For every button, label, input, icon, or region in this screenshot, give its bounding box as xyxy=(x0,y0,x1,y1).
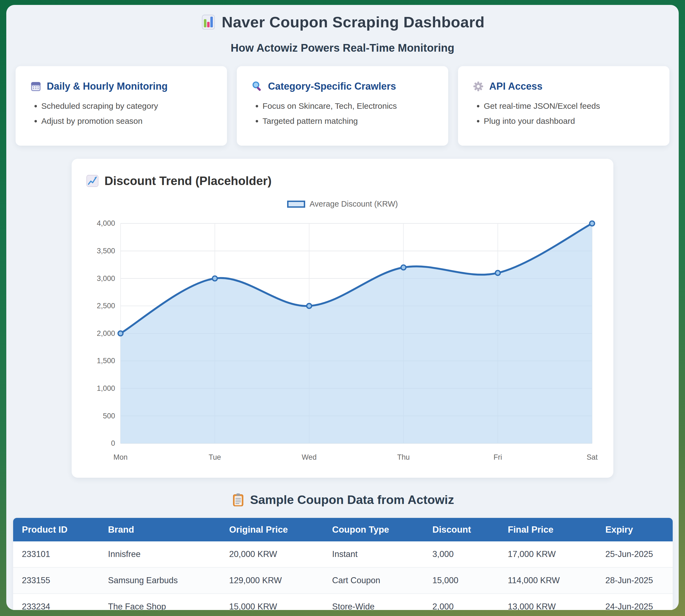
feature-bullet: Targeted pattern matching xyxy=(262,116,434,127)
page-subtitle: How Actowiz Powers Real-Time Monitoring xyxy=(6,42,679,54)
column-header: Expiry xyxy=(597,518,673,542)
svg-text:Mon: Mon xyxy=(113,453,128,461)
line-chart-icon xyxy=(85,174,100,188)
svg-text:Thu: Thu xyxy=(397,453,410,461)
coupon-table-container: Product IDBrandOriginal PriceCoupon Type… xyxy=(13,518,673,610)
table-cell: 15,000 xyxy=(424,567,499,594)
table-cell: 2,000 xyxy=(424,594,499,610)
feature-card-title: Daily & Hourly Monitoring xyxy=(47,81,168,92)
table-cell: Innisfree xyxy=(99,542,220,567)
svg-text:4,000: 4,000 xyxy=(97,219,115,227)
svg-text:1,500: 1,500 xyxy=(97,357,115,365)
legend-label: Average Discount (KRW) xyxy=(309,199,398,208)
feature-card-title: Category-Specific Crawlers xyxy=(268,81,396,92)
svg-text:3,000: 3,000 xyxy=(97,274,115,283)
svg-text:1,000: 1,000 xyxy=(97,384,115,393)
table-cell: Store-Wide xyxy=(323,594,424,610)
feature-card-title: API Access xyxy=(489,81,542,92)
bar-chart-icon xyxy=(200,14,216,30)
svg-text:Fri: Fri xyxy=(494,453,502,461)
table-cell: 129,000 KRW xyxy=(220,567,323,594)
clipboard-icon xyxy=(231,493,245,507)
search-icon xyxy=(251,80,263,92)
svg-text:Tue: Tue xyxy=(209,453,221,461)
feature-cards-row: Daily & Hourly MonitoringScheduled scrap… xyxy=(6,66,679,146)
calendar-icon xyxy=(30,80,42,92)
svg-text:2,000: 2,000 xyxy=(97,329,115,337)
svg-text:500: 500 xyxy=(103,412,115,420)
column-header: Original Price xyxy=(220,518,323,542)
table-cell: 114,000 KRW xyxy=(499,567,597,594)
svg-text:3,500: 3,500 xyxy=(97,247,115,255)
svg-text:0: 0 xyxy=(111,439,115,447)
chart-card: Discount Trend (Placeholder) Average Dis… xyxy=(72,159,613,478)
column-header: Final Price xyxy=(499,518,597,542)
table-section-title: Sample Coupon Data from Actowiz xyxy=(6,493,679,507)
table-row: 233234The Face Shop15,000 KRWStore-Wide2… xyxy=(13,594,673,610)
table-cell: 13,000 KRW xyxy=(499,594,597,610)
table-cell: 25-Jun-2025 xyxy=(597,542,673,567)
table-cell: 233234 xyxy=(13,594,99,610)
feature-card-2: API AccessGet real-time JSON/Excel feeds… xyxy=(458,66,669,146)
table-title-text: Sample Coupon Data from Actowiz xyxy=(250,493,454,507)
table-cell: 17,000 KRW xyxy=(499,542,597,567)
table-cell: Instant xyxy=(323,542,424,567)
table-row: 233155Samsung Earbuds129,000 KRWCart Cou… xyxy=(13,567,673,594)
table-cell: Samsung Earbuds xyxy=(99,567,220,594)
table-cell: 3,000 xyxy=(424,542,499,567)
column-header: Brand xyxy=(99,518,220,542)
feature-bullet: Adjust by promotion season xyxy=(41,116,213,127)
column-header: Coupon Type xyxy=(323,518,424,542)
column-header: Discount xyxy=(424,518,499,542)
svg-text:2,500: 2,500 xyxy=(97,302,115,310)
table-cell: 24-Jun-2025 xyxy=(597,594,673,610)
feature-bullet: Scheduled scraping by category xyxy=(41,101,213,112)
table-header-row: Product IDBrandOriginal PriceCoupon Type… xyxy=(13,518,673,542)
svg-text:Wed: Wed xyxy=(302,453,316,461)
feature-bullet: Focus on Skincare, Tech, Electronics xyxy=(262,101,434,112)
page-title-text: Naver Coupon Scraping Dashboard xyxy=(222,13,485,31)
coupon-table: Product IDBrandOriginal PriceCoupon Type… xyxy=(13,518,673,610)
table-cell: 15,000 KRW xyxy=(220,594,323,610)
svg-text:Sat: Sat xyxy=(586,453,598,461)
feature-bullet: Plug into your dashboard xyxy=(484,116,655,127)
table-cell: 233155 xyxy=(13,567,99,594)
feature-card-0: Daily & Hourly MonitoringScheduled scrap… xyxy=(16,66,227,146)
chart-legend-item[interactable]: Average Discount (KRW) xyxy=(85,199,600,208)
page-header: Naver Coupon Scraping Dashboard How Acto… xyxy=(6,5,679,54)
page-title: Naver Coupon Scraping Dashboard xyxy=(6,13,679,31)
dashboard-panel: Naver Coupon Scraping Dashboard How Acto… xyxy=(6,5,679,610)
feature-card-1: Category-Specific CrawlersFocus on Skinc… xyxy=(237,66,448,146)
chart-card-title: Discount Trend (Placeholder) xyxy=(85,174,600,188)
feature-bullet: Get real-time JSON/Excel feeds xyxy=(484,101,655,112)
table-cell: Cart Coupon xyxy=(323,567,424,594)
table-cell: 28-Jun-2025 xyxy=(597,567,673,594)
gear-icon xyxy=(472,80,484,92)
discount-trend-chart: 05001,0001,5002,0002,5003,0003,5004,000M… xyxy=(85,211,600,468)
table-cell: 233101 xyxy=(13,542,99,567)
table-row: 233101Innisfree20,000 KRWInstant3,00017,… xyxy=(13,542,673,567)
table-cell: 20,000 KRW xyxy=(220,542,323,567)
legend-swatch xyxy=(287,201,305,208)
column-header: Product ID xyxy=(13,518,99,542)
chart-title-text: Discount Trend (Placeholder) xyxy=(104,174,272,188)
table-cell: The Face Shop xyxy=(99,594,220,610)
